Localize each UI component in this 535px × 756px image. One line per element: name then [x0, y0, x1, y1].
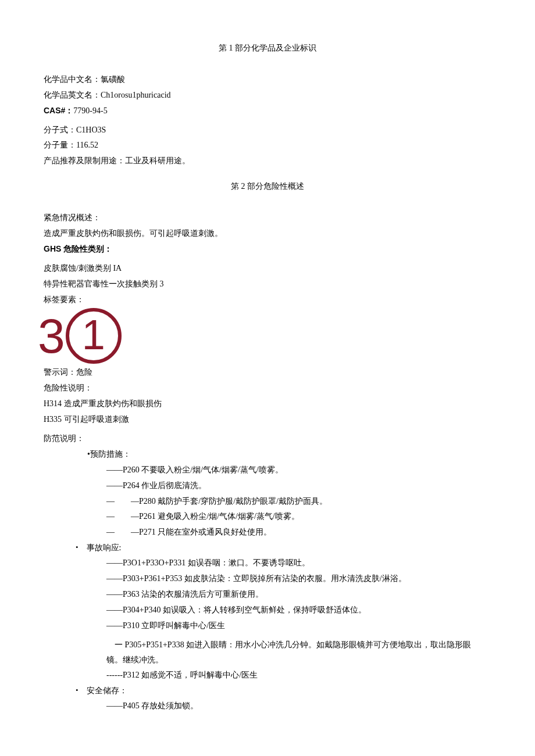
- section-2-title: 第 2 部分危险性概述: [44, 179, 491, 194]
- precaution-label: 防范说明：: [44, 431, 491, 446]
- pictogram-circle-1-icon: 1: [66, 308, 122, 364]
- ghs-cat-2: 特异性靶器官毒性一次接触类别 3: [44, 277, 491, 292]
- storage-head: 安全储存：: [87, 683, 127, 698]
- ghs-cat-1: 皮肤腐蚀/刺激类别 IA: [44, 261, 491, 276]
- response-p310: ——P310 立即呼叫解毒中心/医生: [44, 618, 491, 633]
- label-en-name: 化学品英文名：: [44, 91, 101, 99]
- prevention-p264: ——P264 作业后彻底清洗。: [44, 478, 491, 493]
- row-use: 产品推荐及限制用途：工业及科研用途。: [44, 153, 491, 169]
- label-cn-name: 化学品中文名：: [44, 75, 101, 84]
- emergency-label: 紧急情况概述：: [44, 210, 491, 225]
- label-mw: 分子量：: [44, 141, 76, 149]
- section-1-body: 化学品中文名：氯磺酸 化学品英文名：Ch1orosu1phuricacid CA…: [44, 72, 491, 169]
- pictogram-3-icon: 3: [38, 311, 63, 360]
- value-mw: 116.52: [76, 141, 98, 149]
- storage-head-row: • 安全储存：: [44, 683, 491, 698]
- hazard-h335: H335 可引起呼吸道刺激: [44, 412, 491, 427]
- pictogram-row: 3 1: [38, 308, 491, 364]
- prevention-head: •预防措施：: [44, 447, 491, 462]
- value-use: 工业及科研用途。: [125, 156, 190, 165]
- section-2-body: 紧急情况概述： 造成严重皮肤灼伤和眼损伤。可引起呼吸道刺激。 GHS 危险性类别…: [44, 210, 491, 714]
- response-p303: ——P303+P361+P353 如皮肤沾染：立即脱掉所有沾染的衣服。用水清洗皮…: [44, 571, 491, 586]
- pictogram-1-text: 1: [82, 314, 105, 356]
- label-use: 产品推荐及限制用途：: [44, 156, 125, 165]
- prevention-p280: — —P280 戴防护手套/穿防护服/戴防护眼罩/戴防护面具。: [44, 494, 491, 509]
- hazard-h314: H314 造成严重皮肤灼伤和眼损伤: [44, 396, 491, 411]
- signal-label: 警示词：: [44, 368, 76, 377]
- prevention-p271: — —P271 只能在室外或通风良好处使用。: [44, 525, 491, 540]
- response-head-row: • 事故响应:: [44, 540, 491, 556]
- row-mw: 分子量：116.52: [44, 138, 491, 153]
- response-p301: ——P3O1+P33O+P331 如误吞咽：漱口。不要诱导呕吐。: [44, 556, 491, 571]
- response-p312: ------P312 如感觉不适，呼叫解毒中心/医生: [44, 668, 491, 683]
- response-p304: ——P304+P340 如误吸入：将人转移到空气新鲜处，保持呼吸舒适体位。: [44, 603, 491, 618]
- bullet-icon: •: [76, 540, 79, 554]
- response-p305: 一 P305+P351+P338 如进入眼睛：用水小心冲洗几分钟。如戴隐形眼镜并…: [44, 637, 491, 668]
- signal-word-row: 警示词：危险: [44, 365, 491, 380]
- prevention-p261: — —P261 避免吸入粉尘/烟/气体/烟雾/蒸气/喷雾。: [44, 509, 491, 524]
- row-formula: 分子式：C1HO3S: [44, 123, 491, 138]
- label-elements: 标签要素：: [44, 292, 491, 307]
- response-p363: ——P363 沾染的衣服清洗后方可重新使用。: [44, 587, 491, 602]
- response-head: 事故响应:: [87, 540, 122, 556]
- value-en-name: Ch1orosu1phuricacid: [101, 91, 171, 99]
- row-en-name: 化学品英文名：Ch1orosu1phuricacid: [44, 88, 491, 103]
- row-cas: CAS#：7790-94-5: [44, 103, 491, 119]
- value-cn-name: 氯磺酸: [101, 75, 125, 84]
- prevention-p260: ——P260 不要吸入粉尘/烟/气体/烟雾/蒸气/喷雾。: [44, 463, 491, 478]
- ghs-label: GHS 危险性类别：: [44, 242, 491, 257]
- response-p305-text: 一 P305+P351+P338 如进入眼睛：用水小心冲洗几分钟。如戴隐形眼镜并…: [106, 640, 471, 664]
- section-1-title: 第 1 部分化学品及企业标识: [44, 41, 491, 56]
- storage-p405: ——P405 存放处须加锁。: [44, 698, 491, 714]
- row-cn-name: 化学品中文名：氯磺酸: [44, 72, 491, 87]
- label-formula: 分子式：: [44, 126, 76, 134]
- emergency-text: 造成严重皮肤灼伤和眼损伤。可引起呼吸道刺激。: [44, 226, 491, 241]
- value-formula: C1HO3S: [76, 126, 106, 134]
- signal-word: 危险: [76, 368, 92, 377]
- value-cas: 7790-94-5: [73, 106, 107, 115]
- hazard-label: 危险性说明：: [44, 381, 491, 396]
- bullet-icon-2: •: [76, 683, 79, 697]
- label-cas: CAS#：: [44, 106, 73, 115]
